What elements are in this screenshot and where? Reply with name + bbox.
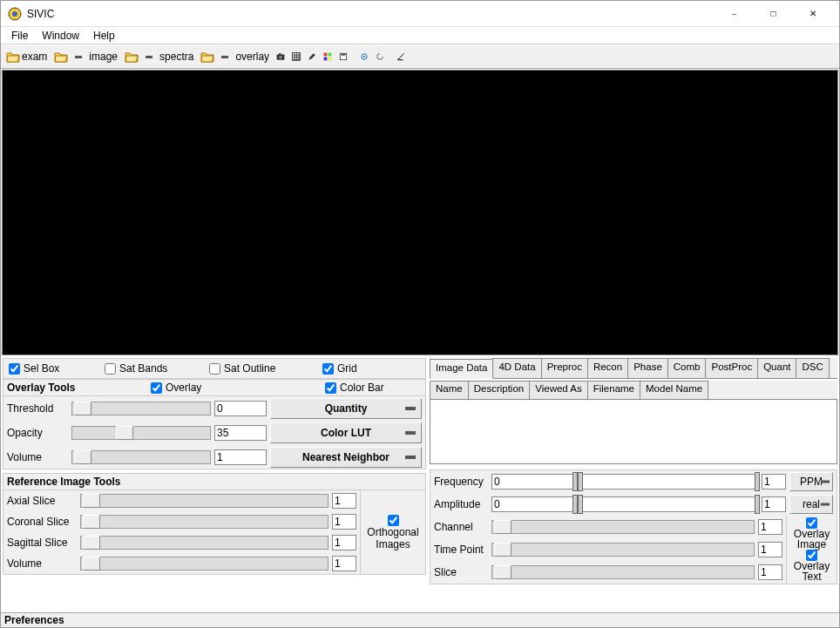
- opacity-slider[interactable]: [71, 426, 211, 440]
- tab-comb[interactable]: Comb: [667, 358, 707, 378]
- subtab-model-name[interactable]: Model Name: [640, 381, 708, 399]
- interp-dropdown[interactable]: Nearest Neighbor: [270, 447, 422, 468]
- open-exam-label: exam: [22, 51, 47, 63]
- tab-4d-data[interactable]: 4D Data: [492, 358, 541, 378]
- ov-volume-slider[interactable]: [71, 450, 211, 464]
- ov-volume-value[interactable]: 1: [214, 449, 267, 465]
- data-list[interactable]: [430, 400, 837, 464]
- frequency-hi[interactable]: 1: [762, 474, 786, 490]
- color-palette-icon[interactable]: [321, 50, 335, 64]
- subtab-viewed-as[interactable]: Viewed As: [529, 381, 588, 399]
- ref-tools-title: Reference Image Tools: [3, 474, 425, 490]
- tab-quant[interactable]: Quant: [757, 358, 796, 378]
- subtab-description[interactable]: Description: [468, 381, 531, 399]
- overlay-text-checkbox[interactable]: Overlay Text: [789, 550, 836, 582]
- opacity-value[interactable]: 35: [214, 425, 267, 441]
- threshold-slider[interactable]: [71, 402, 211, 415]
- threshold-label: Threshold: [7, 402, 68, 415]
- target-icon[interactable]: [357, 50, 371, 64]
- colorbar-checkbox[interactable]: Color Bar: [325, 382, 384, 394]
- tab-dsc[interactable]: DSC: [796, 358, 829, 378]
- image-viewport[interactable]: [2, 70, 838, 355]
- timepoint-value[interactable]: 1: [758, 542, 782, 557]
- open-spectra-button[interactable]: [122, 47, 141, 66]
- slice-slider[interactable]: [491, 565, 755, 579]
- toolbar: exam image spectra overlay: [1, 44, 839, 69]
- channel-slider[interactable]: [491, 520, 755, 534]
- axial-slider[interactable]: [80, 494, 329, 508]
- menu-help[interactable]: Help: [86, 28, 122, 44]
- channel-value[interactable]: 1: [758, 519, 782, 535]
- satbands-checkbox[interactable]: Sat Bands: [105, 362, 209, 375]
- spectra-dropdown[interactable]: [143, 51, 155, 62]
- svg-rect-4: [221, 56, 228, 58]
- ref-volume-value[interactable]: 1: [332, 556, 356, 571]
- save-icon[interactable]: [336, 50, 350, 64]
- camera-icon[interactable]: [274, 50, 288, 64]
- amplitude-unit-dropdown[interactable]: real: [789, 495, 833, 514]
- tab-recon[interactable]: Recon: [587, 358, 628, 378]
- sagittal-slider[interactable]: [80, 536, 329, 550]
- overlay-tools-header: Overlay Tools Overlay Color Bar: [3, 379, 426, 396]
- selbox-checkbox[interactable]: Sel Box: [9, 362, 105, 375]
- refresh-icon[interactable]: [373, 50, 387, 64]
- svg-rect-9: [324, 53, 328, 57]
- tab-postproc[interactable]: PostProc: [705, 358, 758, 378]
- minimize-button[interactable]: –: [715, 2, 754, 26]
- subtab-name[interactable]: Name: [430, 381, 469, 399]
- threshold-value[interactable]: 0: [214, 401, 267, 416]
- frequency-range[interactable]: [579, 474, 758, 490]
- colorlut-dropdown[interactable]: Color LUT: [270, 422, 422, 443]
- frequency-lo[interactable]: 0: [491, 474, 576, 490]
- sub-tabstrip: Name Description Viewed As Filename Mode…: [430, 381, 837, 400]
- sagittal-value[interactable]: 1: [332, 535, 356, 550]
- overlay-label: overlay: [233, 47, 272, 66]
- close-button[interactable]: ✕: [793, 2, 832, 26]
- slice-value[interactable]: 1: [758, 564, 782, 580]
- image-label: image: [86, 47, 120, 66]
- overlay-dropdown[interactable]: [219, 51, 231, 62]
- frequency-unit-dropdown[interactable]: PPM: [789, 472, 833, 491]
- tab-image-data[interactable]: Image Data: [430, 359, 493, 379]
- subtab-filename[interactable]: Filename: [587, 381, 640, 399]
- spectra-label: spectra: [157, 47, 196, 66]
- overlay-image-checkbox[interactable]: Overlay Image: [789, 517, 836, 550]
- quantity-dropdown[interactable]: Quantity: [270, 398, 422, 419]
- main-tabstrip: Image Data 4D Data Preproc Recon Phase C…: [430, 358, 837, 379]
- amplitude-range[interactable]: [579, 496, 758, 512]
- angle-icon[interactable]: [394, 50, 408, 64]
- open-exam-button[interactable]: exam: [3, 47, 50, 66]
- reference-image-tools: Reference Image Tools Axial Slice 1 Coro…: [3, 473, 426, 575]
- opacity-label: Opacity: [7, 427, 68, 439]
- tab-preproc[interactable]: Preproc: [541, 358, 588, 378]
- amplitude-lo[interactable]: 0: [491, 496, 576, 512]
- satoutline-checkbox[interactable]: Sat Outline: [209, 362, 322, 375]
- svg-point-6: [279, 56, 282, 59]
- folder-open-icon: [125, 51, 139, 63]
- grid-checkbox[interactable]: Grid: [322, 362, 357, 375]
- menu-window[interactable]: Window: [35, 28, 86, 44]
- amplitude-hi[interactable]: 1: [762, 496, 786, 512]
- svg-rect-14: [342, 53, 346, 56]
- axial-value[interactable]: 1: [332, 493, 356, 509]
- window-title: SIVIC: [27, 8, 715, 20]
- timepoint-slider[interactable]: [491, 543, 755, 557]
- open-image-button[interactable]: [51, 47, 71, 66]
- orthogonal-checkbox[interactable]: Orthogonal Images: [360, 490, 425, 574]
- statusbar: Preferences: [1, 612, 839, 628]
- menu-file[interactable]: File: [4, 28, 35, 44]
- pencil-icon[interactable]: [305, 50, 319, 64]
- svg-rect-7: [279, 53, 281, 55]
- image-dropdown[interactable]: [72, 51, 85, 62]
- ref-volume-slider[interactable]: [80, 557, 329, 571]
- axial-label: Axial Slice: [7, 495, 77, 507]
- coronal-value[interactable]: 1: [332, 514, 356, 530]
- overlay-checkbox[interactable]: Overlay: [151, 382, 325, 394]
- svg-rect-12: [329, 57, 332, 61]
- app-icon: [8, 7, 22, 21]
- coronal-slider[interactable]: [80, 515, 329, 529]
- tab-phase[interactable]: Phase: [627, 358, 668, 378]
- open-overlay-button[interactable]: [198, 47, 217, 66]
- maximize-button[interactable]: □: [754, 2, 793, 26]
- grid-icon[interactable]: [289, 50, 303, 64]
